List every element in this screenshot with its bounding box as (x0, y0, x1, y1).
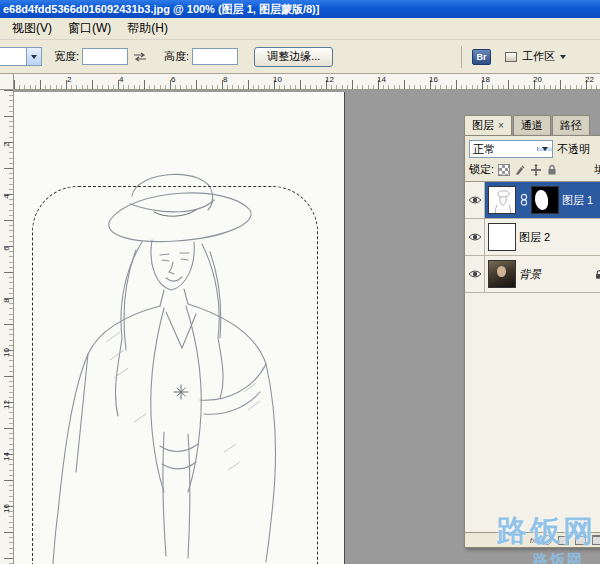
vertical-ruler[interactable]: 2 4 6 8 10 12 14 16 (0, 90, 14, 564)
workspace-icon (505, 52, 517, 62)
lock-position-icon[interactable] (529, 163, 542, 176)
ruler-tick-label: 12 (325, 75, 334, 84)
tab-paths[interactable]: 路径 (552, 115, 590, 135)
height-label: 高度: (164, 49, 189, 64)
width-label: 宽度: (54, 49, 79, 64)
menu-bar: 视图(V) 窗口(W) 帮助(H) (0, 18, 600, 40)
ruler-tick-label: 14 (2, 451, 11, 463)
ruler-tick-label: 16 (429, 75, 438, 84)
ruler-tick-label: 2 (67, 75, 71, 84)
background-lock-icon (594, 269, 600, 280)
menu-help[interactable]: 帮助(H) (119, 18, 176, 39)
ruler-tick-label: 20 (533, 75, 542, 84)
combo-arrow-icon[interactable] (26, 48, 41, 65)
workspace-arrow-icon (560, 55, 566, 59)
blend-mode-value: 正常 (470, 142, 537, 157)
ruler-tick-label: 10 (273, 75, 282, 84)
ruler-tick-label: 14 (377, 75, 386, 84)
lock-label: 锁定: (469, 162, 494, 177)
ruler-tick-label: 8 (223, 75, 227, 84)
visibility-toggle[interactable] (465, 256, 485, 292)
lock-all-icon[interactable] (545, 163, 558, 176)
lock-transparency-icon[interactable] (497, 163, 510, 176)
horizontal-ruler[interactable]: 2 4 6 8 10 12 14 16 18 20 22 (14, 74, 600, 90)
marching-ants-selection (32, 186, 318, 564)
title-bar[interactable]: e68d4fdd5366d016092431b3.jpg @ 100% (图层 … (0, 0, 600, 18)
menu-window[interactable]: 窗口(W) (60, 18, 119, 39)
photoshop-window: e68d4fdd5366d016092431b3.jpg @ 100% (图层 … (0, 0, 600, 564)
panel-close-icon[interactable]: × (498, 120, 504, 131)
ruler-tick-label: 16 (2, 503, 11, 515)
layers-panel-body: 正常 不透明 锁定: 填 (464, 135, 600, 548)
layer-thumbnail[interactable] (488, 186, 516, 214)
document[interactable] (14, 92, 345, 564)
eye-icon (468, 232, 482, 242)
fill-label: 填 (594, 162, 600, 177)
visibility-toggle[interactable] (465, 219, 485, 255)
layers-list: 图层 1 图层 2 (465, 181, 600, 293)
workspace-label: 工作区 (522, 49, 555, 64)
window-title: e68d4fdd5366d016092431b3.jpg @ 100% (图层 … (3, 3, 319, 15)
bridge-icon[interactable]: Br (472, 49, 491, 65)
refine-edge-button[interactable]: 调整边缘... (254, 47, 333, 67)
layer-thumbnail[interactable] (488, 260, 516, 288)
layers-panel: 图层 × 通道 路径 正常 不透明 锁定: (464, 116, 600, 548)
visibility-toggle[interactable] (465, 182, 485, 218)
ruler-tick-label: 22 (585, 75, 594, 84)
ruler-tick-label: 2 (2, 139, 11, 151)
options-separator (461, 46, 462, 68)
eye-icon (468, 195, 482, 205)
watermark: 路饭网 (497, 511, 596, 552)
layers-list-empty-area (465, 293, 600, 532)
menu-view[interactable]: 视图(V) (4, 18, 60, 39)
options-bar: 宽度: 高度: 调整边缘... Br 工作区 (0, 40, 600, 74)
panel-tab-strip: 图层 × 通道 路径 (464, 116, 600, 135)
tab-layers[interactable]: 图层 × (464, 115, 512, 135)
width-input[interactable] (82, 48, 128, 65)
layer-thumbnail[interactable] (488, 223, 516, 251)
tab-channels[interactable]: 通道 (513, 115, 551, 135)
ruler-tick-label: 10 (2, 347, 11, 359)
ruler-tick-label: 12 (2, 399, 11, 411)
mask-link-icon[interactable] (519, 193, 528, 207)
layer-row-layer1[interactable]: 图层 1 (465, 182, 600, 219)
mask-shape (534, 189, 549, 210)
layer-row-layer2[interactable]: 图层 2 (465, 219, 600, 256)
ruler-tick-label: 4 (2, 191, 11, 203)
layer-name[interactable]: 图层 1 (562, 193, 593, 208)
blend-mode-select[interactable]: 正常 (469, 140, 553, 158)
height-input[interactable] (192, 48, 238, 65)
workspace-button[interactable]: 工作区 (501, 47, 570, 66)
style-preset-combobox[interactable] (0, 47, 42, 66)
eye-icon (468, 269, 482, 279)
ruler-tick-label: 18 (481, 75, 490, 84)
ruler-tick-label: 4 (119, 75, 123, 84)
watermark-small: 路饭网 (533, 551, 584, 564)
combo-arrow-icon[interactable] (537, 147, 552, 151)
layer-row-background[interactable]: 背景 (465, 256, 600, 293)
opacity-label: 不透明 (557, 142, 590, 157)
swap-dimensions-icon[interactable] (133, 52, 147, 62)
layer-mask-thumbnail[interactable] (531, 186, 559, 214)
ruler-tick-label: 8 (2, 295, 11, 307)
ruler-corner (0, 74, 14, 90)
lock-image-icon[interactable] (513, 163, 526, 176)
layer-name[interactable]: 图层 2 (519, 230, 550, 245)
ruler-tick-label: 6 (2, 243, 11, 255)
photo-face-shape (497, 266, 506, 277)
ruler-tick-label: 6 (171, 75, 175, 84)
layer-name[interactable]: 背景 (519, 267, 541, 282)
